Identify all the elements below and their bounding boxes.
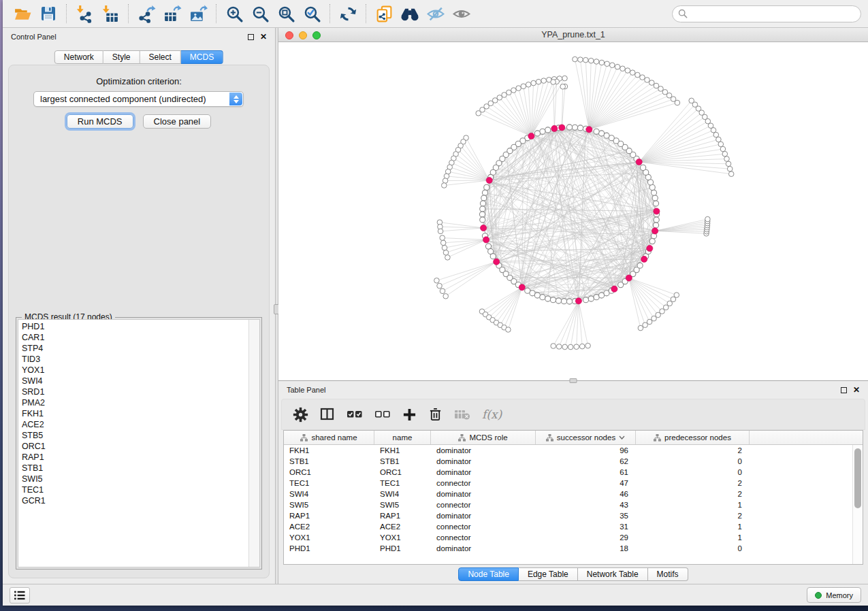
maximize-window-button[interactable]	[312, 31, 321, 39]
network-node[interactable]	[545, 296, 551, 301]
network-node[interactable]	[674, 293, 679, 298]
network-node[interactable]	[506, 327, 511, 333]
table-row[interactable]: ACE2ACE2connector311	[284, 521, 852, 532]
network-node[interactable]	[579, 344, 585, 349]
network-node[interactable]	[445, 255, 451, 261]
mcds-node[interactable]	[654, 208, 660, 214]
horizontal-splitter-handle[interactable]	[570, 378, 577, 383]
network-node[interactable]	[531, 80, 536, 86]
show-columns-button[interactable]	[320, 407, 335, 422]
network-node[interactable]	[577, 125, 583, 131]
zoom-out-button[interactable]	[249, 3, 271, 24]
network-node[interactable]	[651, 190, 656, 195]
network-node[interactable]	[649, 80, 655, 86]
delete-column-button[interactable]	[428, 407, 443, 422]
network-node[interactable]	[689, 98, 694, 103]
network-node[interactable]	[640, 75, 645, 80]
network-node[interactable]	[438, 229, 443, 234]
zoom-fit-button[interactable]	[275, 3, 297, 24]
float-table-panel-icon[interactable]	[841, 387, 847, 393]
search-box[interactable]	[672, 5, 861, 22]
network-node[interactable]	[521, 84, 526, 89]
network-node[interactable]	[652, 195, 658, 201]
network-node[interactable]	[585, 343, 591, 348]
tab-select[interactable]: Select	[140, 50, 181, 64]
hide-graphics-details-button[interactable]	[425, 3, 447, 24]
mcds-result-item[interactable]: YOX1	[22, 365, 247, 376]
tab-network[interactable]: Network	[54, 50, 103, 64]
memory-button[interactable]: Memory	[807, 587, 861, 603]
mcds-result-scrollbar[interactable]	[248, 320, 259, 567]
network-node[interactable]	[573, 56, 578, 62]
network-node[interactable]	[605, 61, 610, 67]
network-node[interactable]	[654, 83, 659, 88]
table-row[interactable]: SWI5SWI5connector431	[284, 499, 852, 510]
network-node[interactable]	[481, 195, 487, 201]
network-node[interactable]	[641, 165, 646, 170]
tab-style[interactable]: Style	[103, 50, 140, 64]
import-network-button[interactable]	[74, 3, 95, 24]
close-panel-button[interactable]: Close panel	[143, 114, 212, 129]
criterion-select[interactable]: largest connected component (undirected)	[33, 91, 244, 107]
network-node[interactable]	[556, 344, 562, 350]
minimize-window-button[interactable]	[299, 31, 307, 39]
tab-network-table[interactable]: Network Table	[578, 567, 648, 581]
table-scrollbar[interactable]	[852, 445, 863, 564]
network-node[interactable]	[562, 76, 568, 81]
network-node[interactable]	[566, 125, 572, 130]
network-node[interactable]	[638, 325, 643, 331]
network-node[interactable]	[637, 263, 643, 268]
search-input[interactable]	[691, 9, 855, 18]
network-node[interactable]	[536, 79, 541, 84]
network-node[interactable]	[560, 84, 566, 90]
network-node[interactable]	[482, 190, 487, 195]
network-node[interactable]	[726, 161, 731, 167]
network-node[interactable]	[574, 344, 579, 350]
network-node[interactable]	[599, 60, 605, 65]
table-row[interactable]: SWI4SWI4dominator462	[284, 489, 852, 499]
network-node[interactable]	[716, 137, 722, 142]
network-node[interactable]	[440, 288, 445, 294]
network-node[interactable]	[480, 201, 485, 206]
network-node[interactable]	[476, 111, 481, 116]
network-node[interactable]	[443, 250, 449, 256]
network-node[interactable]	[615, 64, 620, 69]
mcds-node[interactable]	[641, 256, 647, 262]
network-node[interactable]	[437, 283, 443, 288]
network-node[interactable]	[545, 127, 551, 133]
add-column-button[interactable]	[402, 408, 417, 422]
table-scrollbar-thumb[interactable]	[854, 448, 861, 508]
network-node[interactable]	[541, 78, 547, 84]
network-node[interactable]	[720, 146, 726, 152]
save-session-button[interactable]	[37, 3, 59, 24]
network-node[interactable]	[718, 142, 724, 147]
select-all-button[interactable]	[347, 407, 363, 422]
network-node[interactable]	[653, 222, 658, 228]
mcds-node[interactable]	[626, 275, 632, 281]
network-canvas-svg[interactable]	[278, 42, 868, 380]
network-node[interactable]	[722, 151, 728, 156]
mcds-node[interactable]	[652, 228, 658, 234]
mcds-result-item[interactable]: SWI5	[22, 474, 247, 484]
mcds-node[interactable]	[519, 284, 525, 291]
mcds-result-item[interactable]: TEC1	[22, 484, 247, 495]
network-node[interactable]	[556, 298, 561, 303]
mcds-node[interactable]	[481, 225, 487, 231]
mcds-node[interactable]	[486, 177, 492, 183]
mcds-node[interactable]	[586, 127, 592, 133]
tab-motifs[interactable]: Motifs	[648, 567, 688, 581]
column-header-predecessor-nodes[interactable]: predecessor nodes	[636, 431, 750, 444]
network-node[interactable]	[562, 344, 568, 350]
table-row[interactable]: YOX1YOX1connector291	[284, 532, 852, 543]
close-table-panel-icon[interactable]: ✕	[853, 386, 860, 394]
export-table-button[interactable]	[161, 3, 183, 24]
close-window-button[interactable]	[285, 31, 293, 39]
mcds-node[interactable]	[483, 237, 489, 243]
tab-node-table[interactable]: Node Table	[458, 567, 519, 581]
network-node[interactable]	[540, 295, 545, 300]
table-row[interactable]: ORC1ORC1dominator610	[284, 467, 852, 478]
network-node[interactable]	[588, 58, 594, 63]
network-node[interactable]	[727, 166, 733, 171]
network-node[interactable]	[511, 88, 517, 93]
table-settings-button[interactable]	[293, 407, 308, 423]
